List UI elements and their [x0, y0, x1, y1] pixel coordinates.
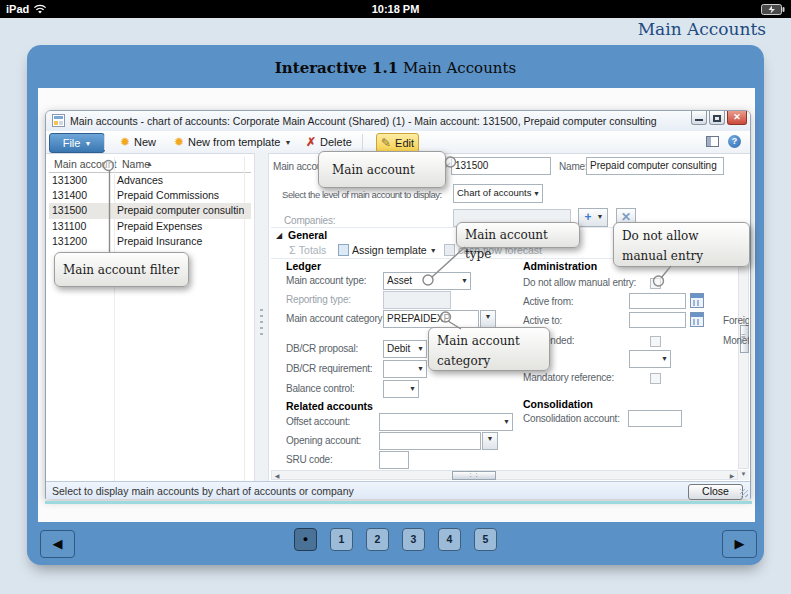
chevron-down-icon: ▼ — [503, 415, 510, 429]
new-button[interactable]: ✹ New — [116, 133, 160, 151]
nav-page-4[interactable]: 4 — [438, 528, 461, 551]
new-from-template-button[interactable]: ✹ New from template ▼ — [170, 133, 295, 151]
forecast-doc-icon — [444, 244, 455, 256]
chevron-down-icon: ▼ — [461, 274, 468, 288]
file-menu-button[interactable]: File ▼ — [49, 133, 105, 153]
active-from-field[interactable] — [629, 293, 686, 309]
layout-pane-icon[interactable] — [706, 136, 719, 147]
nav-page-3[interactable]: 3 — [402, 528, 425, 551]
dbcr-requirement-label: DB/CR requirement: — [286, 363, 372, 374]
scroll-left-icon[interactable]: ◀ — [273, 472, 281, 479]
cell-name: Prepaid Expenses — [114, 219, 244, 234]
chevron-down-icon: ▼ — [417, 362, 424, 376]
consolidation-account-field[interactable] — [628, 410, 682, 427]
scroll-down-icon[interactable]: ▼ — [738, 471, 749, 477]
name-field[interactable]: Prepaid computer consulting — [586, 157, 724, 175]
figure-title: Interactive 1.1 Main Accounts — [27, 59, 764, 77]
figure-name: Main Accounts — [398, 59, 516, 77]
scroll-right-icon[interactable]: ▶ — [728, 472, 736, 479]
assign-template-label: Assign template — [352, 244, 427, 256]
callout-main-account: Main account — [318, 151, 446, 188]
chevron-down-icon: ▼ — [661, 352, 668, 366]
main-account-type-value: Asset — [387, 275, 412, 286]
window-status-bar: Select to display main accounts by chart… — [46, 481, 750, 499]
foreign-clipped-label: Foreign — [723, 315, 749, 326]
grid-header[interactable]: Main account Name ▲ — [49, 157, 251, 173]
nav-page-1[interactable]: 1 — [330, 528, 353, 551]
reporting-type-label: Reporting type: — [286, 294, 351, 305]
active-to-field[interactable] — [629, 312, 686, 328]
delete-button[interactable]: ✗ Delete — [302, 133, 356, 151]
suspended-checkbox[interactable] — [650, 336, 661, 347]
sigma-icon: Σ — [289, 244, 296, 256]
active-from-calendar-icon[interactable] — [690, 293, 704, 308]
minimize-button[interactable] — [691, 111, 707, 125]
chevron-down-icon: ▼ — [487, 435, 494, 442]
panel-splitter[interactable] — [254, 153, 269, 481]
balance-control-label: Balance control: — [286, 383, 355, 394]
new-label: New — [134, 136, 156, 148]
horizontal-scroll-thumb[interactable] — [452, 471, 496, 480]
mandatory-reference-checkbox[interactable] — [650, 373, 661, 384]
close-window-button[interactable]: ✕ — [727, 111, 747, 125]
active-to-calendar-icon[interactable] — [690, 312, 704, 327]
related-accounts-group-header: Related accounts — [286, 400, 373, 412]
cell-main-account: 131400 — [49, 188, 114, 203]
mandatory-reference-label: Mandatory reference: — [523, 372, 614, 383]
totals-button: Σ Totals — [289, 244, 326, 256]
table-row[interactable]: 131400Prepaid Commissions — [49, 188, 251, 203]
admin-unlabeled-select[interactable]: ▼ — [629, 350, 671, 368]
table-row[interactable]: 131100Prepaid Expenses — [49, 219, 251, 234]
ipad-status-bar: iPad 10:18 PM — [0, 0, 791, 18]
maximize-button[interactable] — [709, 111, 725, 125]
cell-name: Advances — [114, 173, 244, 188]
toolbar-separator — [104, 134, 105, 150]
dbcr-proposal-select[interactable]: Debit ▼ — [383, 340, 427, 358]
level-label: Select the level of main account to disp… — [282, 189, 442, 200]
main-account-category-field[interactable]: PREPAIDEXP — [383, 310, 479, 328]
horizontal-scrollbar[interactable]: ◀ ▶ — [271, 470, 738, 480]
manual-entry-checkbox[interactable] — [650, 278, 661, 289]
table-row[interactable]: 131200Prepaid Insurance — [49, 234, 251, 249]
dbcr-proposal-label: DB/CR proposal: — [286, 343, 358, 354]
offset-account-label: Offset account: — [286, 416, 350, 427]
template-doc-icon — [338, 244, 349, 256]
window-title-bar[interactable]: Main accounts - chart of accounts: Corpo… — [46, 111, 750, 132]
column-header-main-account[interactable]: Main account — [54, 158, 116, 170]
nav-page-2[interactable]: 2 — [366, 528, 389, 551]
help-icon[interactable]: ? — [728, 135, 741, 148]
opening-account-field[interactable] — [379, 432, 481, 450]
new-star-icon: ✹ — [120, 136, 130, 148]
add-company-button[interactable]: + ▼ — [578, 208, 608, 227]
dbcr-requirement-select[interactable]: ▼ — [383, 360, 427, 378]
sru-code-field[interactable] — [379, 451, 409, 469]
window-icon — [52, 114, 65, 127]
resize-grip-icon[interactable] — [740, 489, 748, 497]
main-account-type-select[interactable]: Asset ▼ — [383, 272, 471, 290]
dialog-bottom-rule — [45, 501, 752, 504]
window-title: Main accounts - chart of accounts: Corpo… — [70, 115, 682, 127]
delete-label: Delete — [320, 136, 352, 148]
offset-account-select[interactable]: ▼ — [379, 413, 513, 431]
assign-template-button[interactable]: Assign template ▼ — [338, 244, 437, 256]
edit-button[interactable]: ✎ Edit — [376, 133, 419, 153]
level-select[interactable]: Chart of accounts ▼ — [453, 184, 543, 203]
cell-name: Prepaid Insurance — [114, 234, 244, 249]
file-label: File — [63, 137, 81, 149]
chevron-down-icon: ▼ — [84, 140, 91, 147]
main-account-field[interactable]: 131500 — [451, 157, 551, 175]
opening-account-drop-button[interactable]: ▼ — [482, 432, 498, 450]
close-button[interactable]: Close — [688, 484, 743, 500]
main-account-category-drop-button[interactable]: ▼ — [480, 310, 496, 328]
chevron-down-icon: ▼ — [597, 213, 604, 220]
table-row[interactable]: 131300Advances — [49, 173, 251, 188]
general-section-header[interactable]: General — [288, 229, 327, 241]
nav-pages: ● 12345 — [0, 528, 791, 551]
nav-page-5[interactable]: 5 — [474, 528, 497, 551]
splitter-grip-icon — [260, 309, 263, 335]
plus-icon: + — [585, 210, 592, 224]
balance-control-select[interactable]: ▼ — [383, 380, 419, 398]
nav-page-current[interactable]: ● — [294, 528, 317, 551]
table-row[interactable]: 131500Prepaid computer consulting — [49, 203, 251, 218]
collapse-triangle-icon[interactable]: ◢ — [276, 231, 282, 240]
